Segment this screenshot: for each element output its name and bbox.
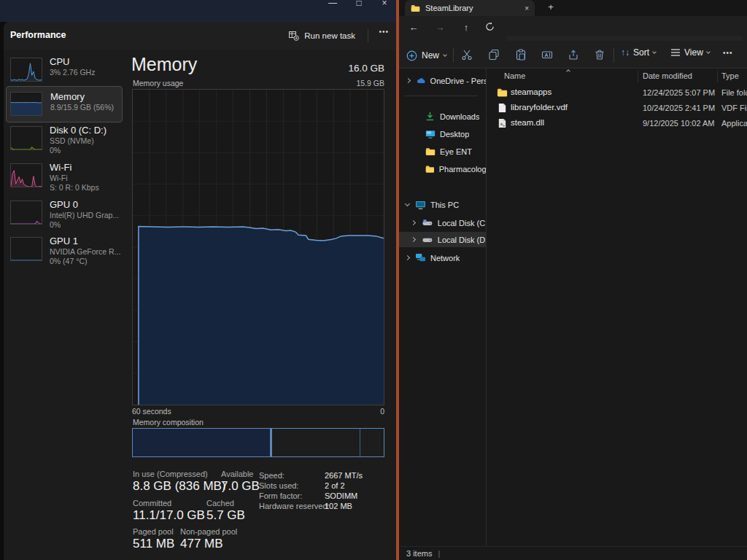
expander-icon[interactable] bbox=[405, 255, 410, 260]
detail-value: 2667 MT/s bbox=[325, 471, 363, 480]
run-new-task-button[interactable]: Run new task bbox=[283, 27, 361, 44]
rename-button[interactable] bbox=[541, 49, 553, 61]
new-button-label: New bbox=[422, 50, 439, 61]
nav-item-label: Local Disk (C:) bbox=[438, 219, 486, 228]
column-header-name[interactable]: Name bbox=[504, 71, 525, 80]
paste-icon bbox=[515, 49, 527, 61]
file-type: VDF File bbox=[721, 104, 747, 112]
minimize-button[interactable]: — bbox=[324, 0, 341, 8]
sidebar-item-gpu1[interactable]: GPU 1 NVIDIA GeForce R... 0% (47 °C) bbox=[6, 235, 123, 268]
nav-item-onedrive[interactable]: OneDrive - Persona bbox=[399, 73, 486, 88]
sidebar-item-gpu0[interactable]: GPU 0 Intel(R) UHD Grap... 0% bbox=[6, 198, 123, 232]
desktop-icon bbox=[425, 130, 436, 139]
new-button[interactable]: New bbox=[406, 47, 446, 64]
forward-button[interactable]: → bbox=[433, 22, 447, 33]
file-row-libraryfolder[interactable]: libraryfolder.vdf 10/24/2025 2:41 PM VDF… bbox=[487, 101, 747, 116]
sort-button[interactable]: ↑↓ Sort bbox=[621, 47, 656, 58]
detail-label: Form factor: bbox=[259, 491, 302, 500]
view-button[interactable]: View bbox=[670, 47, 710, 58]
sidebar-item-sub: 3% 2.76 GHz bbox=[50, 68, 95, 77]
pane-divider[interactable] bbox=[486, 69, 487, 546]
delete-button[interactable] bbox=[594, 49, 605, 61]
expander-icon[interactable] bbox=[405, 201, 410, 206]
tab-title: SteamLibrary bbox=[425, 4, 473, 12]
chevron-down-icon bbox=[706, 50, 711, 54]
nav-item-eye-ent[interactable]: Eye ENT bbox=[399, 144, 486, 159]
column-divider[interactable] bbox=[638, 71, 638, 82]
file-row-steam-dll[interactable]: steam.dll 9/12/2025 10:02 AM Application… bbox=[487, 116, 747, 131]
copy-button[interactable] bbox=[488, 49, 500, 61]
file-explorer-window: SteamLibrary × + ← → ↑ bbox=[399, 0, 747, 560]
maximize-button[interactable]: □ bbox=[350, 0, 368, 8]
file-date: 12/24/2025 5:07 PM bbox=[643, 88, 715, 97]
detail-label: Hardware reserved: bbox=[259, 502, 330, 510]
rename-icon bbox=[541, 49, 553, 61]
cut-icon bbox=[461, 49, 473, 61]
taskmanager-titlebar: — □ × bbox=[0, 0, 396, 22]
sidebar-item-title: CPU bbox=[50, 56, 95, 68]
sort-ascending-icon bbox=[566, 69, 570, 74]
expander-icon[interactable] bbox=[411, 237, 416, 242]
more-options-button[interactable]: ••• bbox=[379, 28, 389, 36]
drive-d-icon bbox=[422, 236, 433, 244]
memory-total: 16.0 GB bbox=[348, 63, 384, 74]
up-button[interactable]: ↑ bbox=[459, 22, 473, 33]
composition-in-use bbox=[133, 429, 272, 456]
run-new-task-label: Run new task bbox=[304, 31, 355, 40]
file-name: steamapps bbox=[511, 88, 551, 96]
nav-item-label: Eye ENT bbox=[440, 147, 472, 156]
cut-button[interactable] bbox=[461, 49, 473, 61]
onedrive-icon bbox=[417, 77, 426, 85]
status-bar: 3 items | bbox=[399, 546, 747, 560]
share-button[interactable] bbox=[568, 49, 579, 61]
dll-file-icon bbox=[497, 118, 508, 128]
taskmanager-window: Performance Run new task ••• CPU 3% 2.76… bbox=[4, 22, 396, 560]
sidebar-item-disk0[interactable]: Disk 0 (C: D:) SSD (NVMe) 0% bbox=[6, 124, 123, 158]
nav-item-local-disk-d[interactable]: Local Disk (D:) bbox=[399, 232, 486, 247]
column-header-type[interactable]: Type bbox=[721, 71, 739, 80]
paste-button[interactable] bbox=[515, 49, 527, 61]
expander-icon[interactable] bbox=[406, 78, 411, 83]
new-tab-button[interactable]: + bbox=[544, 1, 557, 12]
file-row-steamapps[interactable]: steamapps 12/24/2025 5:07 PM File folder bbox=[487, 85, 747, 101]
sidebar-item-title: Wi-Fi bbox=[50, 162, 99, 174]
column-divider[interactable] bbox=[717, 71, 718, 82]
close-button[interactable]: × bbox=[376, 0, 393, 8]
see-more-button[interactable]: ••• bbox=[723, 49, 733, 57]
nav-item-this-pc[interactable]: This PC bbox=[399, 197, 486, 212]
run-new-task-icon bbox=[289, 31, 299, 41]
column-header-date[interactable]: Date modified bbox=[643, 71, 692, 80]
stat-value: 511 MB bbox=[133, 537, 174, 551]
memory-page-title: Memory bbox=[131, 54, 197, 75]
chevron-down-icon bbox=[652, 50, 657, 54]
trash-icon bbox=[594, 49, 605, 61]
sidebar-item-title: GPU 1 bbox=[50, 236, 120, 247]
nav-item-downloads[interactable]: Downloads bbox=[399, 109, 486, 124]
tab-close-button[interactable]: × bbox=[525, 4, 529, 12]
drive-c-icon bbox=[422, 219, 433, 227]
nav-item-network[interactable]: Network bbox=[399, 250, 486, 265]
nav-item-desktop[interactable]: Desktop bbox=[399, 126, 486, 141]
status-divider: | bbox=[438, 549, 440, 558]
toolbar-divider bbox=[614, 48, 614, 63]
back-button[interactable]: ← bbox=[406, 22, 421, 33]
memory-composition-label: Memory composition bbox=[133, 418, 204, 427]
nav-item-pharmacology[interactable]: Pharmacology bbox=[399, 161, 486, 176]
memory-usage-chart bbox=[132, 89, 384, 405]
sidebar-item-memory[interactable]: Memory 8.9/15.9 GB (56%) bbox=[6, 86, 123, 122]
item-count: 3 items bbox=[406, 549, 432, 558]
sidebar-item-cpu[interactable]: CPU 3% 2.76 GHz bbox=[6, 55, 123, 89]
screen: — □ × Performance Run new task ••• bbox=[0, 0, 747, 560]
folder-icon bbox=[411, 4, 420, 12]
nav-item-local-disk-c[interactable]: Local Disk (C:) bbox=[399, 215, 486, 230]
refresh-button[interactable] bbox=[485, 22, 500, 31]
tab-steamlibrary[interactable]: SteamLibrary × bbox=[405, 0, 535, 16]
nav-item-label: Pharmacology bbox=[439, 165, 486, 174]
nav-item-label: OneDrive - Persona bbox=[430, 77, 486, 85]
sidebar-item-wifi[interactable]: Wi-Fi Wi-Fi S: 0 R: 0 Kbps bbox=[6, 161, 123, 195]
command-bar: New bbox=[399, 41, 747, 69]
expander-icon[interactable] bbox=[411, 220, 416, 225]
share-icon bbox=[568, 49, 579, 61]
nav-item-label: Desktop bbox=[440, 130, 469, 139]
stat-value: 8.8 GB (836 MB) bbox=[133, 479, 226, 494]
